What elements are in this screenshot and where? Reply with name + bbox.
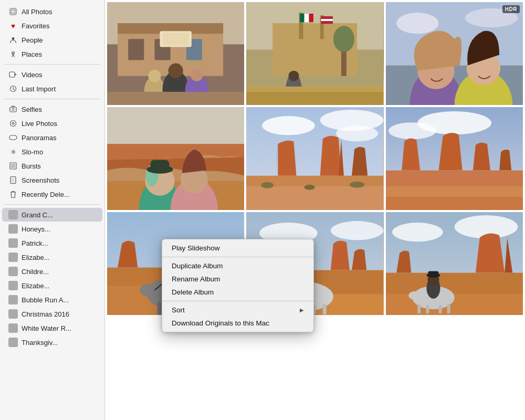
sidebar-item-thanksgiving[interactable]: Thanksgiv... — [2, 335, 102, 349]
svg-rect-50 — [321, 19, 333, 21]
sidebar-item-elizabeth2-label: Elizabe... — [22, 282, 49, 290]
photo-cell[interactable] — [386, 107, 523, 210]
svg-point-7 — [13, 52, 14, 54]
ctx-rename-album-label: Rename Album — [172, 275, 220, 283]
photos-icon — [8, 7, 18, 16]
svg-rect-1 — [10, 8, 13, 12]
album-thumb-patrick — [8, 238, 18, 248]
svg-point-131 — [408, 291, 421, 300]
ctx-download-originals[interactable]: Download Originals to this Mac — [162, 317, 313, 330]
sidebar-item-favorites[interactable]: ♥ Favorites — [2, 19, 102, 33]
sidebar-item-grand-canyon-label: Grand C... — [22, 211, 53, 219]
trash-icon — [8, 190, 18, 199]
svg-rect-27 — [128, 39, 144, 60]
sidebar-item-live-photos[interactable]: Live Photos — [2, 117, 102, 130]
photo-cell[interactable] — [107, 2, 244, 105]
sidebar-item-honeymoon-label: Honeys... — [22, 225, 50, 233]
photo-cell[interactable]: HDR — [386, 2, 523, 105]
photo-cell[interactable] — [246, 107, 383, 210]
person-icon — [8, 35, 18, 45]
svg-rect-19 — [11, 164, 15, 168]
svg-point-37 — [191, 69, 203, 81]
context-menu: Play Slideshow Duplicate Album Rename Al… — [162, 239, 314, 332]
svg-rect-31 — [163, 33, 189, 45]
ctx-separator-1 — [162, 257, 313, 257]
svg-rect-44 — [300, 14, 304, 22]
svg-point-33 — [148, 70, 161, 82]
ctx-sort[interactable]: Sort ▶ — [162, 303, 313, 317]
sidebar-item-live-photos-label: Live Photos — [22, 120, 57, 128]
sidebar-item-elizabeth2[interactable]: Elizabe... — [2, 279, 102, 292]
sidebar-item-white-water-label: White Water R... — [22, 324, 71, 332]
sidebar-item-screenshots[interactable]: Screenshots — [2, 173, 102, 187]
sidebar-item-patrick[interactable]: Patrick... — [2, 236, 102, 250]
svg-rect-83 — [246, 186, 383, 210]
ctx-delete-album-label: Delete Album — [172, 288, 214, 296]
album-thumb-thanksgiving — [8, 338, 18, 347]
ctx-duplicate-album[interactable]: Duplicate Album — [162, 259, 313, 272]
sidebar-item-panoramas-label: Panoramas — [22, 134, 56, 142]
svg-point-35 — [169, 64, 183, 78]
sidebar-item-recently-deleted[interactable]: Recently Dele... — [2, 187, 102, 201]
photo-cell[interactable] — [246, 2, 383, 105]
ctx-rename-album[interactable]: Rename Album — [162, 272, 313, 286]
sidebar-item-bubble-run[interactable]: Bubble Run A... — [2, 293, 102, 307]
ctx-duplicate-album-label: Duplicate Album — [172, 262, 223, 270]
sidebar-item-bursts[interactable]: Bursts — [2, 159, 102, 173]
svg-point-12 — [12, 109, 14, 111]
sidebar-item-christmas-2016[interactable]: Christmas 2016 — [2, 307, 102, 321]
screenshots-icon — [8, 175, 18, 185]
clock-icon — [8, 84, 18, 93]
svg-rect-129 — [438, 305, 442, 313]
svg-rect-22 — [13, 183, 14, 183]
svg-rect-17 — [9, 135, 17, 140]
svg-point-84 — [261, 182, 274, 188]
ctx-separator-2 — [162, 301, 313, 301]
sidebar-item-selfies-label: Selfies — [22, 106, 42, 113]
sidebar-item-people[interactable]: People — [2, 33, 102, 47]
sidebar-item-elizabeth-label: Elizabe... — [22, 254, 49, 261]
sidebar-item-elizabeth[interactable]: Elizabe... — [2, 250, 102, 264]
sidebar-item-children-label: Childre... — [22, 268, 49, 276]
videos-icon — [8, 70, 18, 79]
sidebar-item-slo-mo-label: Slo-mo — [22, 148, 43, 156]
svg-rect-46 — [309, 14, 313, 22]
svg-rect-127 — [417, 304, 421, 313]
sidebar-item-all-photos[interactable]: All Photos — [2, 5, 102, 18]
album-thumb-honeymoon — [8, 224, 18, 234]
svg-rect-135 — [428, 271, 438, 276]
sidebar-item-last-import[interactable]: Last Import — [2, 82, 102, 96]
sidebar-divider-1 — [4, 64, 100, 65]
svg-point-81 — [336, 125, 378, 141]
ctx-download-originals-label: Download Originals to this Mac — [172, 319, 269, 327]
svg-rect-68 — [107, 107, 244, 144]
svg-marker-9 — [15, 74, 17, 76]
svg-rect-51 — [321, 21, 333, 24]
svg-rect-4 — [14, 12, 17, 15]
photo-cell[interactable] — [386, 212, 523, 315]
sidebar-item-places[interactable]: Places — [2, 47, 102, 61]
svg-point-89 — [388, 122, 436, 139]
sidebar-item-children[interactable]: Childre... — [2, 265, 102, 278]
sidebar-item-videos[interactable]: Videos — [2, 68, 102, 81]
sidebar-item-grand-canyon[interactable]: Grand C... — [2, 208, 102, 222]
ctx-delete-album[interactable]: Delete Album — [162, 286, 313, 299]
sidebar-item-white-water[interactable]: White Water R... — [2, 321, 102, 335]
sidebar-item-christmas-2016-label: Christmas 2016 — [22, 310, 69, 318]
main-content: HDR — [105, 0, 525, 420]
sidebar-item-last-import-label: Last Import — [22, 85, 56, 93]
svg-point-79 — [262, 116, 315, 135]
svg-rect-45 — [304, 14, 309, 22]
album-thumb-christmas-2016 — [8, 309, 18, 319]
sidebar-item-honeymoon[interactable]: Honeys... — [2, 222, 102, 236]
sidebar-item-panoramas[interactable]: Panoramas — [2, 131, 102, 144]
sidebar-item-slo-mo[interactable]: ✳ Slo-mo — [2, 145, 102, 159]
ctx-play-slideshow[interactable]: Play Slideshow — [162, 242, 313, 255]
photo-cell[interactable] — [107, 107, 244, 210]
sidebar-item-selfies[interactable]: Selfies — [2, 102, 102, 116]
sidebar-albums-section: Grand C... Honeys... Patrick... Elizabe.… — [0, 208, 104, 349]
ctx-sort-arrow: ▶ — [300, 307, 304, 313]
svg-point-16 — [13, 123, 14, 124]
bursts-icon — [8, 161, 18, 171]
album-thumb-grand-canyon — [8, 210, 18, 219]
